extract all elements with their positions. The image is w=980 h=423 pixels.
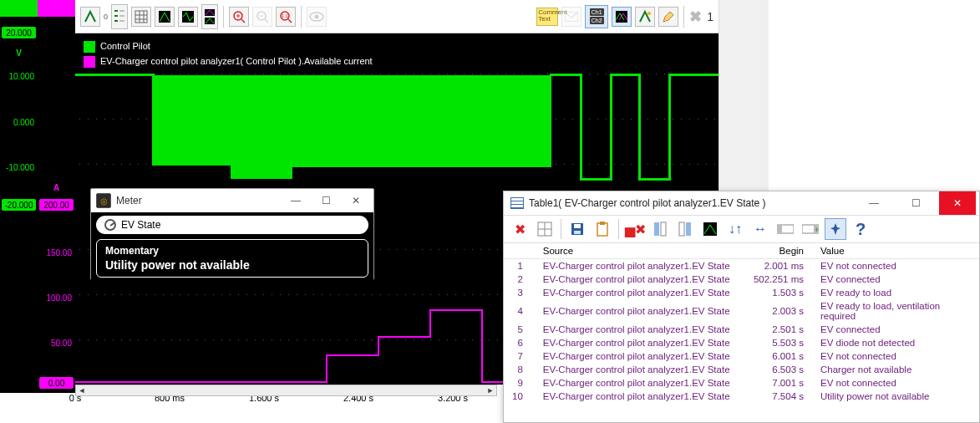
- row-index: 5: [504, 323, 535, 336]
- toolbar-index-label: 0: [104, 13, 108, 21]
- legend-label-control-pilot: Control Pilot: [100, 41, 150, 51]
- table-save-button[interactable]: [566, 218, 588, 240]
- delete-x-icon[interactable]: ✖: [689, 8, 702, 26]
- scope-toolbar: 0 1:1 Comment Text Ch1Ch2 ✖ 1: [75, 0, 718, 33]
- zoom-reset-button[interactable]: 1:1: [276, 7, 296, 27]
- table-app-icon: [510, 197, 524, 209]
- svg-rect-1: [114, 15, 118, 17]
- table-delete-button[interactable]: ✖: [509, 218, 531, 240]
- table-row[interactable]: 10EV-Charger control pilot analyzer1.EV …: [504, 390, 979, 403]
- overlay-mode-button[interactable]: [612, 7, 632, 27]
- svg-rect-37: [597, 223, 607, 236]
- gauge-icon: [104, 219, 116, 231]
- v-axis-min-badge: -20.000: [2, 199, 36, 211]
- zoom-in-button[interactable]: [229, 7, 249, 27]
- table-clipboard-button[interactable]: [592, 218, 613, 240]
- meter-close-button[interactable]: ✕: [343, 192, 368, 209]
- table-sort-button[interactable]: ↓↑: [724, 218, 746, 240]
- svg-rect-45: [777, 225, 782, 233]
- svg-line-20: [265, 19, 268, 23]
- edit-pencil-button[interactable]: [658, 7, 678, 27]
- row-index: 9: [504, 376, 535, 390]
- table-pin-button[interactable]: [825, 218, 846, 240]
- table-row[interactable]: 3EV-Charger control pilot analyzer1.EV S…: [504, 286, 979, 299]
- table-help-button[interactable]: ?: [850, 218, 871, 240]
- scroll-right-icon[interactable]: ►: [485, 385, 496, 395]
- row-value: EV not connected: [812, 349, 979, 363]
- row-index: 4: [504, 299, 535, 323]
- split-view-button[interactable]: [201, 4, 218, 29]
- row-source: EV-Charger control pilot analyzer1.EV St…: [535, 273, 744, 286]
- svg-line-23: [288, 19, 292, 23]
- row-value: EV not connected: [812, 376, 979, 390]
- v-tick: -10.000: [0, 163, 38, 172]
- scroll-left-icon[interactable]: ◄: [76, 385, 88, 395]
- table-row[interactable]: 4EV-Charger control pilot analyzer1.EV S…: [504, 299, 979, 323]
- axis-header-current[interactable]: [38, 0, 75, 17]
- meter-signal-label: EV State: [121, 219, 160, 231]
- col-source[interactable]: Source: [535, 243, 744, 259]
- svg-rect-6: [135, 11, 147, 23]
- table-window[interactable]: Table1( EV-Charger control pilot analyze…: [503, 191, 980, 423]
- table-row[interactable]: 2EV-Charger control pilot analyzer1.EV S…: [504, 273, 979, 286]
- meter-titlebar[interactable]: ◎ Meter — ☐ ✕: [91, 189, 373, 212]
- visibility-button[interactable]: [307, 7, 327, 27]
- legend-swatch-control-pilot: [84, 41, 95, 53]
- meter-title-text: Meter: [116, 195, 142, 206]
- row-value: EV connected: [812, 323, 979, 336]
- right-gutter: [718, 0, 769, 191]
- row-index: 3: [504, 286, 535, 299]
- col-begin[interactable]: Begin: [744, 243, 812, 259]
- row-index: 8: [504, 363, 535, 376]
- comment-note-button[interactable]: Comment Text: [536, 8, 558, 26]
- table-minimize-button[interactable]: —: [856, 191, 892, 215]
- table-clear-button[interactable]: ▅✖: [624, 218, 646, 240]
- row-index: 7: [504, 349, 535, 363]
- table-fit-width-button[interactable]: ↔: [749, 218, 771, 240]
- a-tick: 100.00: [38, 293, 75, 303]
- svg-rect-42: [686, 222, 691, 236]
- table-grid-button[interactable]: [534, 218, 556, 240]
- svg-point-29: [647, 12, 651, 15]
- row-index: 2: [504, 273, 535, 286]
- table-row[interactable]: 7EV-Charger control pilot analyzer1.EV S…: [504, 349, 979, 363]
- measure-button[interactable]: [635, 7, 655, 27]
- row-begin: 6.001 s: [744, 349, 812, 363]
- channel-toggle-button[interactable]: Ch1Ch2: [585, 5, 608, 28]
- table-row[interactable]: 6EV-Charger control pilot analyzer1.EV S…: [504, 336, 979, 349]
- table-column-left-button[interactable]: [649, 218, 671, 240]
- table-titlebar[interactable]: Table1( EV-Charger control pilot analyze…: [504, 191, 979, 215]
- meter-window[interactable]: ◎ Meter — ☐ ✕ EV State Momentary Utility…: [90, 188, 374, 280]
- meter-minimize-button[interactable]: —: [283, 192, 308, 209]
- table-peak-button[interactable]: [699, 218, 721, 240]
- table-maximize-button[interactable]: ☐: [897, 191, 934, 215]
- row-index: 1: [504, 259, 535, 273]
- meter-signal-pill[interactable]: EV State: [96, 216, 368, 234]
- meter-maximize-button[interactable]: ☐: [313, 192, 338, 209]
- row-value: EV not connected: [812, 259, 979, 273]
- plot-horizontal-scrollbar[interactable]: ◄ ►: [75, 385, 497, 396]
- cursor-home-button[interactable]: [80, 7, 100, 27]
- table-row[interactable]: 9EV-Charger control pilot analyzer1.EV S…: [504, 376, 979, 390]
- row-value: Utility power not available: [812, 390, 979, 403]
- table-row[interactable]: 5EV-Charger control pilot analyzer1.EV S…: [504, 323, 979, 336]
- row-value: EV diode not detected: [812, 336, 979, 349]
- grid-button[interactable]: [131, 7, 151, 27]
- zoom-out-button[interactable]: [252, 7, 272, 27]
- v-tick: 10.000: [0, 72, 38, 81]
- table-row[interactable]: 8EV-Charger control pilot analyzer1.EV S…: [504, 363, 979, 376]
- svg-rect-36: [574, 231, 581, 234]
- col-value[interactable]: Value: [812, 243, 979, 259]
- table-close-button[interactable]: ✕: [939, 191, 976, 215]
- row-source: EV-Charger control pilot analyzer1.EV St…: [535, 286, 744, 299]
- mail-button[interactable]: [561, 7, 581, 27]
- table-layout-b-button[interactable]: +: [800, 218, 821, 240]
- table-row[interactable]: 1EV-Charger control pilot analyzer1.EV S…: [504, 259, 979, 273]
- autoscale-y-button[interactable]: [155, 7, 175, 27]
- autoscale-x-button[interactable]: [178, 7, 198, 27]
- axis-header-voltage[interactable]: [0, 0, 38, 17]
- table-column-right-button[interactable]: [674, 218, 696, 240]
- signal-list-button[interactable]: [111, 4, 128, 29]
- table-layout-a-button[interactable]: [774, 218, 796, 240]
- a-tick: 150.00: [38, 248, 75, 257]
